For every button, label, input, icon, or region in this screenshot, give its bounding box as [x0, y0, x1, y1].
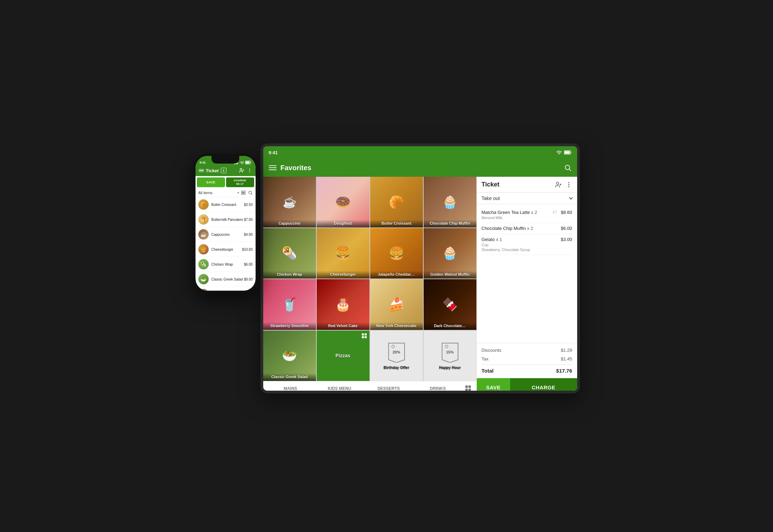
tab-desserts[interactable]: DESSERTS: [364, 383, 414, 394]
menu-card-darkchoc[interactable]: 🍫 Dark Chocolate…: [424, 279, 476, 330]
ticket-order-type[interactable]: Take out: [477, 193, 577, 204]
phone-list-item-cheeseburger[interactable]: 🍔 Cheeseburger $10.00: [196, 242, 256, 257]
phone-filter-select[interactable]: All items: [198, 191, 235, 195]
search-icon[interactable]: [564, 164, 572, 172]
tab-drinks[interactable]: DRINKS: [413, 383, 463, 394]
card-label-cheesecake: New York Cheesecake: [370, 322, 423, 330]
svg-rect-2: [564, 151, 570, 154]
more-icon[interactable]: [565, 181, 572, 188]
card-label-wrap: Chicken Wrap: [263, 271, 316, 279]
menu-card-redvelvet[interactable]: 🎂 Red Velvet Cake: [317, 279, 369, 330]
phone-list-item-cappuccino[interactable]: ☕ Cappuccino $4.00: [196, 227, 256, 242]
phone-more-icon[interactable]: [247, 168, 252, 173]
svg-point-32: [249, 170, 250, 171]
phone-list-item-pancakes[interactable]: 🥞 Buttermilk Pancakes $7.00: [196, 212, 256, 227]
card-label-doughnut: Doughnut: [317, 220, 369, 227]
ticket-items: Matcha Green Tea Latte x 2 🏷 $8.60 Almon…: [477, 204, 577, 343]
phone-hamburger-icon[interactable]: [199, 169, 204, 172]
phone-charge-amount: $8.17: [236, 182, 244, 186]
tag-icon: 🏷: [552, 210, 557, 215]
phone-chevron-icon: [237, 191, 240, 194]
menu-card-smoothie[interactable]: 🥤 Strawberry Smoothie: [263, 279, 316, 330]
phone-search-icon[interactable]: [248, 190, 253, 195]
ticket-item-matcha[interactable]: Matcha Green Tea Latte x 2 🏷 $8.60 Almon…: [482, 207, 572, 223]
svg-rect-14: [468, 389, 471, 391]
svg-point-0: [559, 154, 559, 155]
phone-item-price-croissant: $3.50: [244, 203, 252, 207]
phone-item-img-cappuccino: ☕: [198, 229, 209, 240]
menu-tabs: MAINS KIDS MENU DESSERTS DRINKS: [263, 381, 476, 393]
phone-save-button[interactable]: SAVE: [197, 177, 225, 187]
phone-list-item-choc-muffin[interactable]: 🧁 Chocolate Chip Muffin $3.00: [196, 287, 256, 291]
menu-card-cheesecake[interactable]: 🍰 New York Cheesecake: [370, 279, 423, 330]
tablet-charge-button[interactable]: CHARGE: [510, 378, 577, 393]
menu-card-cappuccino[interactable]: ☕ Cappuccino: [263, 177, 316, 227]
phone-screen: 9:41: [196, 156, 256, 291]
menu-card-cheeseburger[interactable]: 🍔 Cheeseburger: [317, 228, 369, 279]
card-label-cheeseburger: Cheeseburger: [317, 271, 369, 279]
total-row: Total $17.76: [482, 365, 572, 375]
card-label-croissant: Butter Croissant: [370, 220, 423, 227]
item-price-muffin: $6.00: [561, 226, 572, 231]
happy-hour-tag: 15%: [441, 342, 459, 363]
tablet-save-button[interactable]: SAVE: [477, 378, 510, 393]
phone-list-item-wrap[interactable]: 🌯 Chicken Wrap $6.00: [196, 257, 256, 272]
phone-barcode-icon[interactable]: [241, 190, 246, 195]
ticket-actions: SAVE CHARGE: [477, 378, 577, 393]
ticket-totals: Discounts $1.29 Tax $1.45 Total $17.76: [477, 343, 577, 378]
phone-item-price-pancakes: $7.00: [244, 218, 252, 222]
total-label: Total: [482, 368, 494, 374]
phone-ticket-title: Ticket: [206, 168, 219, 173]
svg-line-40: [251, 194, 252, 195]
chevron-down-icon: [569, 196, 573, 199]
phone-charge-label: CHARGE: [234, 179, 246, 182]
svg-point-3: [565, 165, 570, 170]
menu-card-greek[interactable]: 🥗 Classic Greek Salad: [263, 331, 316, 381]
phone-item-name-cheeseburger: Cheeseburger: [211, 248, 242, 251]
ticket-panel: Ticket: [476, 177, 577, 393]
discounts-value: $1.29: [561, 348, 572, 353]
add-person-icon[interactable]: [555, 181, 562, 188]
grid-view-icon[interactable]: [463, 383, 474, 394]
phone-item-img-choc-muffin: 🧁: [198, 289, 209, 291]
tax-label: Tax: [482, 356, 489, 361]
menu-card-happy-hour[interactable]: 15% Happy Hour: [424, 331, 476, 381]
tab-kids-menu[interactable]: KIDS MENU: [315, 383, 364, 394]
phone-list-item-croissant[interactable]: 🥐 Butter Croissant $3.50: [196, 197, 256, 212]
phone-item-img-wrap: 🌯: [198, 259, 209, 269]
svg-point-39: [249, 191, 251, 194]
svg-rect-11: [465, 385, 468, 388]
hamburger-icon[interactable]: [269, 165, 276, 170]
phone-filter-row: All items: [196, 189, 256, 197]
card-label-redvelvet: Red Velvet Cake: [317, 322, 369, 330]
menu-card-muffin[interactable]: 🧁 Chocolate Chip Muffin: [424, 177, 476, 227]
phone-item-name-cappuccino: Cappuccino: [211, 233, 244, 236]
phone-item-price-wrap: $6.00: [244, 263, 252, 266]
item-price-gelato: $3.00: [561, 237, 572, 242]
item-name-gelato: Gelato x 1: [482, 237, 558, 242]
birthday-pct: 20%: [392, 350, 400, 354]
birthday-offer-tag: 20%: [387, 342, 406, 363]
phone-add-person-icon[interactable]: [239, 168, 244, 173]
menu-card-walnut[interactable]: 🧁 Golden Walnut Muffin: [424, 228, 476, 279]
card-label-happy-hour: Happy Hour: [439, 364, 460, 369]
svg-point-18: [568, 182, 569, 183]
tab-mains[interactable]: MAINS: [266, 383, 315, 394]
phone-charge-button[interactable]: CHARGE $8.17: [226, 177, 254, 187]
menu-card-doughnut[interactable]: 🍩 Doughnut: [317, 177, 369, 227]
menu-card-croissant[interactable]: 🥐 Butter Croissant: [370, 177, 423, 227]
menu-card-pizzas[interactable]: Pizzas: [317, 331, 369, 381]
ticket-item-gelato[interactable]: Gelato x 1 $3.00 Cup Strawberry, Chocola…: [482, 234, 572, 255]
item-note-gelato: Cup: [482, 243, 572, 247]
phone-item-name-greek: Classic Greek Salad: [211, 277, 244, 281]
menu-card-jalapeno[interactable]: 🍔 Jalapeño Cheddar…: [370, 228, 423, 279]
menu-card-birthday-offer[interactable]: 20% Birthday Offer: [370, 331, 423, 381]
phone-item-name-croissant: Butter Croissant: [211, 203, 244, 207]
svg-point-28: [240, 168, 242, 170]
ticket-item-muffin[interactable]: Chocolate Chip Muffin x 2 $6.00: [482, 223, 572, 234]
menu-card-wrap[interactable]: 🌯 Chicken Wrap: [263, 228, 316, 279]
phone-list-item-greek[interactable]: 🥗 Classic Greek Salad $9.00: [196, 272, 256, 287]
phone-actions: SAVE CHARGE $8.17: [196, 176, 256, 189]
svg-line-4: [569, 169, 571, 171]
phone-item-name-pancakes: Buttermilk Pancakes: [211, 218, 244, 222]
